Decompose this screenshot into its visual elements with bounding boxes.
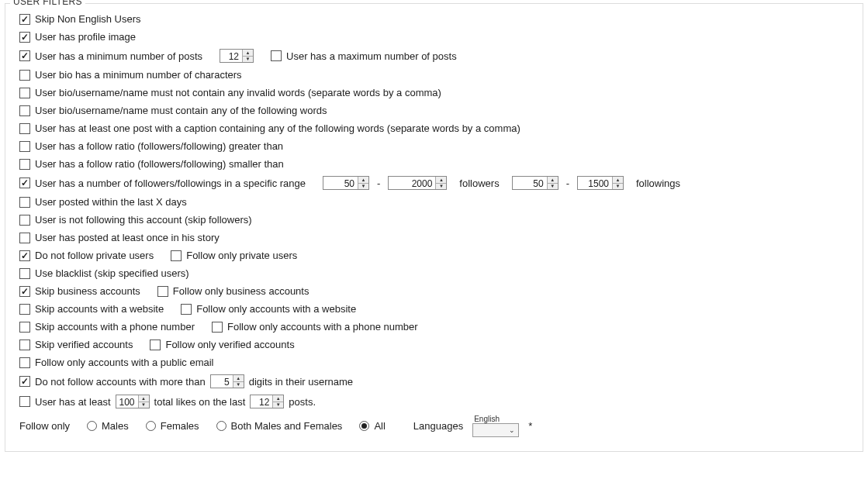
label-only-email: Follow only accounts with a public email	[35, 357, 214, 368]
checkbox-only-business[interactable]	[157, 286, 168, 297]
spinner-buttons-icon[interactable]: ▲▼	[612, 177, 623, 189]
checkbox-skip-website[interactable]	[19, 304, 30, 315]
label-max-posts: User has a maximum number of posts	[286, 50, 457, 62]
spinner-digits[interactable]: 5 ▲▼	[210, 374, 244, 388]
spinner-followings-max-value: 1500	[578, 177, 612, 189]
row-bio-no-invalid: User bio/username/name must not contain …	[19, 84, 855, 102]
checkbox-only-verified[interactable]	[150, 340, 161, 350]
label-no-digits-b: digits in their username	[249, 376, 353, 388]
row-private: Do not follow private users Follow only …	[19, 246, 855, 264]
row-gender: Follow only Males Females Both Males and…	[19, 412, 855, 440]
spinner-buttons-icon[interactable]: ▲▼	[272, 395, 283, 408]
row-range: User has a number of followers/following…	[19, 173, 855, 193]
row-min-posts: User has a minimum number of posts 12 ▲▼…	[19, 46, 855, 66]
checkbox-caption-words[interactable]	[19, 123, 30, 134]
checkbox-not-following[interactable]	[19, 215, 30, 226]
radio-females[interactable]	[146, 421, 156, 431]
label-bio-contain: User bio/username/name must contain any …	[35, 105, 327, 116]
row-likes: User has at least 100 ▲▼ total likes on …	[19, 391, 855, 412]
checkbox-bio-no-invalid[interactable]	[19, 88, 30, 98]
checkbox-no-private[interactable]	[19, 250, 30, 261]
spinner-min-posts[interactable]: 12 ▲▼	[220, 49, 254, 63]
checkbox-only-phone[interactable]	[212, 322, 223, 333]
radio-all[interactable]	[359, 421, 369, 431]
spinner-likes[interactable]: 100 ▲▼	[116, 395, 150, 408]
spinner-likes-value: 100	[116, 395, 138, 408]
checkbox-min-posts[interactable]	[19, 50, 30, 61]
row-email: Follow only accounts with a public email	[19, 353, 855, 371]
checkbox-max-posts[interactable]	[271, 50, 282, 61]
language-select[interactable]: ⌄	[472, 423, 519, 437]
label-females: Females	[161, 420, 199, 432]
label-ratio-gt: User has a follow ratio (followers/follo…	[35, 140, 283, 152]
row-bio-min-chars: User bio has a minimum number of charact…	[19, 66, 855, 84]
row-caption-words: User has at least one post with a captio…	[19, 119, 855, 137]
spinner-followings-max[interactable]: 1500 ▲▼	[577, 176, 624, 190]
label-followings: followings	[636, 178, 680, 189]
group-legend: USER FILTERS	[10, 0, 85, 7]
spinner-followers-max[interactable]: 2000 ▲▼	[388, 176, 447, 190]
checkbox-skip-verified[interactable]	[19, 340, 30, 350]
checkbox-no-digits[interactable]	[19, 376, 30, 387]
label-only-business: Follow only business accounts	[173, 285, 310, 297]
checkbox-likes[interactable]	[19, 396, 30, 407]
checkbox-ratio-gt[interactable]	[19, 141, 30, 152]
checkbox-ratio-lt[interactable]	[19, 159, 30, 170]
checkbox-bio-contain[interactable]	[19, 105, 30, 116]
label-no-private: Do not follow private users	[35, 250, 154, 261]
label-only-private: Follow only private users	[186, 250, 297, 261]
checkbox-skip-business[interactable]	[19, 286, 30, 297]
checkbox-skip-phone[interactable]	[19, 322, 30, 333]
row-profile-image: User has profile image	[19, 28, 855, 46]
label-languages: Languages	[413, 420, 463, 432]
checkbox-range[interactable]	[19, 178, 30, 188]
checkbox-profile-image[interactable]	[19, 32, 30, 43]
spinner-buttons-icon[interactable]: ▲▼	[547, 177, 558, 189]
row-verified: Skip verified accounts Follow only verif…	[19, 336, 855, 353]
label-posted-story: User has posted at least once in his sto…	[35, 232, 220, 243]
label-skip-verified: Skip verified accounts	[35, 339, 133, 350]
spinner-buttons-icon[interactable]: ▲▼	[358, 177, 368, 189]
spinner-followings-min[interactable]: 50 ▲▼	[512, 176, 558, 190]
checkbox-posted-xdays[interactable]	[19, 197, 30, 208]
row-ratio-gt: User has a follow ratio (followers/follo…	[19, 137, 855, 155]
label-skip-business: Skip business accounts	[35, 285, 140, 297]
radio-males[interactable]	[87, 421, 97, 431]
row-ratio-lt: User has a follow ratio (followers/follo…	[19, 155, 855, 173]
user-filters-group: USER FILTERS Skip Non English Users User…	[5, 3, 863, 452]
row-website: Skip accounts with a website Follow only…	[19, 300, 855, 318]
spinner-followers-min-value: 50	[323, 177, 358, 189]
label-likes-b: total likes on the last	[154, 396, 246, 408]
language-select-wrap: English ⌄	[472, 415, 519, 437]
range-separator: -	[374, 178, 383, 189]
spinner-followers-min[interactable]: 50 ▲▼	[323, 176, 369, 190]
language-selected-text: English	[474, 415, 500, 423]
required-asterisk: *	[528, 420, 532, 432]
label-range: User has a number of followers/following…	[35, 178, 306, 189]
checkbox-only-private[interactable]	[171, 250, 182, 261]
spinner-buttons-icon[interactable]: ▲▼	[435, 177, 446, 189]
row-blacklist: Use blacklist (skip specified users)	[19, 264, 855, 282]
label-only-phone: Follow only accounts with a phone number	[227, 321, 418, 333]
row-bio-contain: User bio/username/name must contain any …	[19, 102, 855, 119]
spinner-likes-posts[interactable]: 12 ▲▼	[250, 395, 284, 408]
row-posted-xdays: User posted within the last X days	[19, 193, 855, 211]
checkbox-only-email[interactable]	[19, 357, 30, 368]
spinner-buttons-icon[interactable]: ▲▼	[242, 50, 253, 62]
spinner-buttons-icon[interactable]: ▲▼	[233, 375, 244, 388]
label-skip-website: Skip accounts with a website	[35, 303, 164, 315]
label-all: All	[374, 420, 385, 432]
label-posted-xdays: User posted within the last X days	[35, 196, 187, 208]
spinner-min-posts-value: 12	[220, 50, 242, 62]
spinner-buttons-icon[interactable]: ▲▼	[138, 395, 149, 408]
radio-both[interactable]	[216, 421, 227, 431]
chevron-down-icon: ⌄	[506, 426, 518, 434]
checkbox-bio-min-chars[interactable]	[19, 70, 30, 81]
checkbox-posted-story[interactable]	[19, 233, 30, 243]
checkbox-blacklist[interactable]	[19, 268, 30, 279]
spinner-followers-max-value: 2000	[389, 177, 435, 189]
checkbox-skip-non-english[interactable]	[19, 14, 30, 25]
label-min-posts: User has a minimum number of posts	[35, 50, 202, 62]
checkbox-only-website[interactable]	[181, 304, 192, 315]
label-no-digits-a: Do not follow accounts with more than	[35, 376, 206, 388]
